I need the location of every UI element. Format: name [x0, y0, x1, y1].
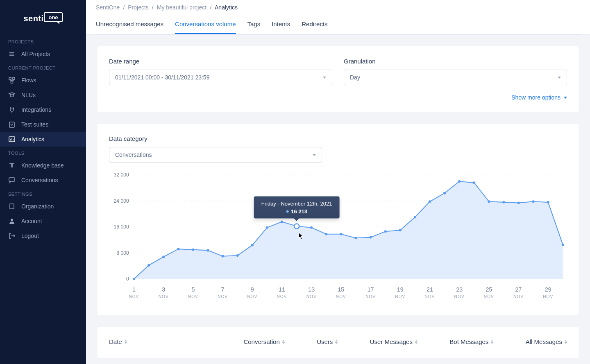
chevron-down-icon [323, 77, 326, 79]
sidebar-item-organization[interactable]: Organization [0, 199, 86, 214]
svg-point-47 [384, 230, 387, 233]
tooltip-series-dot-icon [286, 210, 288, 213]
breadcrumb-link[interactable]: SentiOne [96, 4, 120, 11]
sidebar-item-label: Conversations [21, 177, 58, 183]
svg-text:19: 19 [397, 286, 404, 293]
granulation-label: Granulation [344, 58, 567, 65]
sidebar-item-logout[interactable]: Logout [0, 228, 86, 243]
svg-point-42 [310, 226, 313, 229]
sidebar-item-label: Analytics [21, 136, 44, 142]
granulation-select[interactable]: Day [344, 70, 567, 85]
svg-text:0: 0 [126, 276, 129, 282]
sidebar-item-integrations[interactable]: Integrations [0, 102, 86, 117]
date-range-value: 01/11/2021 00:00 - 30/11/2021 23:59 [115, 74, 209, 81]
logout-icon [8, 232, 16, 240]
sidebar-item-label: Test suites [21, 121, 48, 128]
sidebar-item-flows[interactable]: Flows [0, 73, 86, 88]
data-category-select[interactable]: Conversations [109, 147, 322, 163]
sort-icon [415, 340, 418, 344]
svg-text:NOV: NOV [277, 294, 287, 299]
sidebar-item-conversations[interactable]: Conversations [0, 173, 86, 188]
column-header-date[interactable]: Date [109, 338, 211, 345]
column-header-conversation[interactable]: Conversation [243, 338, 284, 345]
svg-point-44 [340, 233, 342, 235]
svg-text:8 000: 8 000 [116, 250, 129, 256]
svg-text:23: 23 [456, 286, 463, 293]
svg-point-56 [517, 201, 520, 204]
table-card: Date Conversation Users User Messages Bo… [98, 327, 579, 358]
column-header-all-messages[interactable]: All Messages [526, 338, 567, 345]
svg-point-45 [354, 237, 357, 239]
sort-icon [125, 340, 127, 344]
tooltip-value: 16 213 [291, 208, 307, 214]
column-header-label: Conversation [243, 338, 279, 345]
svg-text:24 000: 24 000 [114, 198, 129, 204]
svg-text:NOV: NOV [513, 294, 524, 299]
sort-icon [335, 340, 338, 344]
svg-text:17: 17 [368, 286, 374, 293]
svg-point-31 [148, 264, 150, 267]
svg-text:15: 15 [338, 286, 344, 293]
show-more-options-button[interactable]: Show more options [109, 94, 567, 101]
sidebar-item-label: Organization [21, 203, 54, 210]
chevron-down-icon [313, 154, 316, 156]
column-header-label: User Messages [370, 338, 413, 345]
sidebar-item-account[interactable]: Account [0, 214, 86, 228]
brand-logo: senti one [0, 8, 86, 35]
data-category-label: Data category [109, 135, 567, 142]
svg-text:NOV: NOV [247, 294, 257, 299]
svg-text:NOV: NOV [336, 294, 346, 299]
breadcrumb-link[interactable]: My beautiful project [157, 4, 206, 11]
tab-intents[interactable]: Intents [272, 15, 290, 34]
svg-point-33 [177, 248, 179, 250]
sidebar-item-all-projects[interactable]: All Projects [0, 47, 86, 61]
svg-text:29: 29 [545, 286, 551, 293]
column-header-label: All Messages [526, 338, 562, 345]
sidebar-item-label: Flows [21, 77, 36, 84]
column-header-user-messages[interactable]: User Messages [370, 338, 418, 345]
tab-conversations-volume[interactable]: Conversations volume [175, 15, 236, 34]
sidebar-item-test-suites[interactable]: Test suites [0, 117, 86, 132]
sidebar-item-label: Logout [21, 233, 39, 239]
tab-tags[interactable]: Tags [247, 15, 261, 34]
sort-icon [565, 340, 567, 344]
svg-point-19 [11, 219, 13, 221]
svg-point-57 [532, 200, 535, 203]
svg-point-59 [562, 244, 564, 246]
topbar: SentiOne / Projects / My beautiful proje… [86, 0, 590, 35]
svg-point-54 [488, 200, 490, 203]
tab-redirects[interactable]: Redirects [302, 15, 327, 34]
breadcrumb-link[interactable]: Projects [128, 4, 149, 11]
chevron-down-icon [564, 97, 567, 99]
svg-text:NOV: NOV [159, 294, 169, 299]
graduation-cap-icon [8, 91, 16, 99]
sidebar-item-label: Integrations [21, 106, 51, 113]
svg-text:3: 3 [162, 286, 165, 293]
section-projects-label: PROJECTS [0, 35, 86, 47]
column-header-bot-messages[interactable]: Bot Messages [449, 338, 493, 345]
svg-text:1: 1 [132, 286, 136, 293]
svg-text:7: 7 [221, 286, 225, 293]
svg-rect-5 [9, 77, 11, 79]
svg-text:NOV: NOV [129, 294, 139, 299]
tab-unrecognised-messages[interactable]: Unrecognised messages [96, 15, 163, 34]
svg-text:25: 25 [486, 286, 492, 293]
svg-rect-14 [10, 204, 14, 209]
svg-point-32 [162, 255, 165, 258]
date-range-picker[interactable]: 01/11/2021 00:00 - 30/11/2021 23:59 [109, 70, 332, 85]
sidebar-item-analytics[interactable]: Analytics [0, 132, 86, 147]
sidebar-item-label: All Projects [21, 51, 50, 57]
svg-point-50 [429, 200, 431, 203]
column-header-label: Bot Messages [449, 338, 488, 345]
breadcrumb-sep: / [123, 4, 125, 11]
svg-text:9: 9 [251, 286, 254, 293]
svg-text:32 000: 32 000 [114, 172, 129, 178]
column-header-users[interactable]: Users [317, 338, 338, 345]
svg-text:one: one [48, 14, 58, 20]
sidebar-item-knowledge-base[interactable]: Knowledge base [0, 158, 86, 173]
svg-point-55 [502, 201, 505, 203]
sidebar-item-nlus[interactable]: NLUs [0, 88, 86, 102]
chat-icon [8, 176, 16, 184]
svg-text:27: 27 [515, 286, 522, 293]
svg-text:NOV: NOV [424, 294, 435, 299]
